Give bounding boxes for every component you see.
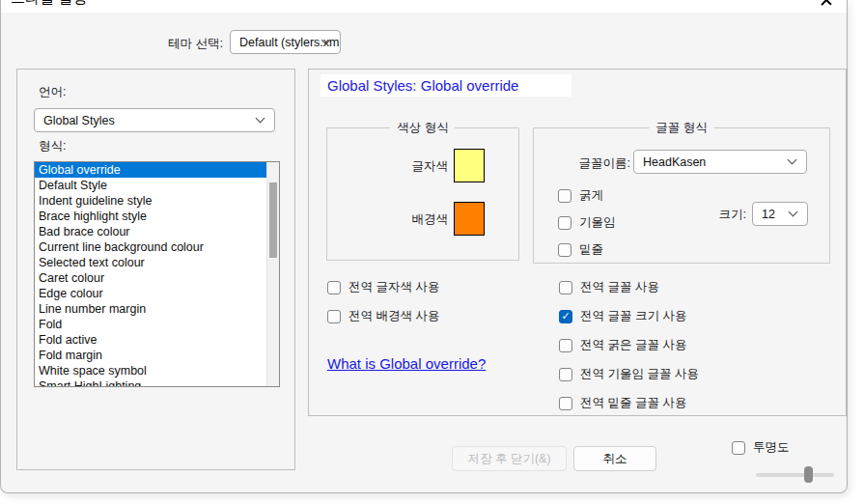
bold-checkbox-row[interactable]: 굵게 — [558, 187, 603, 204]
list-scrollbar[interactable] — [266, 162, 279, 386]
global-foreground-label: 전역 글자색 사용 — [348, 279, 439, 295]
global-background-checkbox-row[interactable]: 전역 배경색 사용 — [327, 308, 439, 324]
language-style-panel: 언어: Global Styles 형식: Global override De… — [16, 69, 295, 470]
font-size-dropdown[interactable]: 12 — [752, 202, 808, 226]
chevron-down-icon — [789, 207, 798, 216]
chevron-down-icon — [256, 113, 265, 123]
global-italic-checkbox-row[interactable]: 전역 기울임 글꼴 사용 — [559, 366, 699, 382]
language-value: Global Styles — [43, 114, 115, 127]
background-colour-swatch[interactable] — [454, 202, 485, 236]
global-font-checkbox-row[interactable]: 전역 글꼴 사용 — [559, 279, 659, 295]
italic-checkbox-row[interactable]: 기울임 — [558, 214, 616, 231]
cancel-button[interactable]: 취소 — [573, 446, 656, 471]
chevron-down-icon — [788, 154, 797, 164]
global-bold-label: 전역 굵은 글꼴 사용 — [580, 337, 686, 353]
global-font-label: 전역 글꼴 사용 — [580, 279, 659, 295]
global-override-help-link[interactable]: What is Global override? — [327, 355, 486, 372]
global-bold-checkbox-row[interactable]: 전역 굵은 글꼴 사용 — [559, 337, 686, 353]
global-italic-label: 전역 기울임 글꼴 사용 — [580, 366, 699, 382]
list-item[interactable]: Fold margin — [35, 348, 279, 363]
transparency-checkbox-row[interactable]: 투명도 — [732, 439, 790, 456]
transparency-label: 투명도 — [753, 439, 790, 456]
list-item[interactable]: Bad brace colour — [35, 224, 279, 239]
global-background-checkbox[interactable] — [327, 310, 341, 323]
theme-select-dropdown[interactable]: Default (stylers.xml) — [230, 30, 341, 54]
italic-checkbox[interactable] — [558, 216, 571, 230]
global-underline-checkbox-row[interactable]: 전역 밑줄 글꼴 사용 — [559, 395, 686, 411]
style-configurator-dialog: 스타일 설정 테마 선택: Default (stylers.xml) 언어: … — [0, 0, 848, 493]
list-item[interactable]: Brace highlight style — [35, 209, 279, 224]
bold-checkbox[interactable] — [558, 189, 571, 203]
transparency-checkbox[interactable] — [732, 441, 745, 455]
global-underline-label: 전역 밑줄 글꼴 사용 — [580, 395, 686, 411]
font-size-label: 크기: — [674, 207, 746, 223]
font-group-title: 글꼴 형식 — [649, 120, 713, 136]
italic-label: 기울임 — [579, 214, 616, 231]
close-icon[interactable] — [820, 0, 832, 6]
bold-label: 굵게 — [579, 187, 603, 204]
global-underline-checkbox[interactable] — [559, 397, 572, 410]
list-item[interactable]: Global override — [35, 162, 279, 178]
global-font-size-checkbox-row[interactable]: 전역 글꼴 크기 사용 — [559, 308, 686, 324]
font-size-value: 12 — [762, 208, 775, 221]
title-bar: 스타일 설정 — [1, 0, 847, 13]
save-and-close-button[interactable]: 저장 후 닫기(&) — [452, 446, 567, 471]
list-item[interactable]: Current line background colour — [35, 239, 279, 255]
foreground-colour-label: 글자색 — [345, 158, 448, 175]
global-bold-checkbox[interactable] — [559, 339, 572, 352]
style-listbox: Global override Default Style Indent gui… — [34, 161, 280, 387]
transparency-slider-thumb[interactable] — [804, 466, 813, 483]
underline-label: 밑줄 — [579, 241, 603, 258]
list-item[interactable]: Fold active — [35, 332, 279, 348]
font-style-group: 글꼴 형식 글꼴이름: HeadKasen 굵게 기울임 밑줄 크기: 12 — [533, 127, 830, 264]
font-name-value: HeadKasen — [643, 155, 706, 169]
colour-style-group: 색상 형식 글자색 배경색 — [326, 127, 519, 261]
background-colour-label: 배경색 — [345, 211, 448, 228]
style-detail-panel: Global Styles: Global override 색상 형식 글자색… — [308, 69, 847, 416]
list-item[interactable]: Line number margin — [35, 301, 279, 317]
global-font-size-label: 전역 글꼴 크기 사용 — [580, 308, 686, 324]
list-item[interactable]: Caret colour — [35, 270, 279, 286]
global-font-checkbox[interactable] — [559, 281, 572, 294]
global-italic-checkbox[interactable] — [559, 368, 572, 381]
underline-checkbox[interactable] — [558, 243, 571, 257]
language-label: 언어: — [39, 84, 66, 100]
font-name-dropdown[interactable]: HeadKasen — [633, 150, 807, 174]
current-style-header: Global Styles: Global override — [321, 74, 571, 97]
global-background-label: 전역 배경색 사용 — [348, 308, 439, 324]
list-item[interactable]: Edge colour — [35, 286, 279, 301]
style-list-label: 형식: — [39, 138, 66, 154]
list-item[interactable]: Selected text colour — [35, 255, 279, 270]
list-item[interactable]: White space symbol — [35, 363, 279, 378]
global-foreground-checkbox-row[interactable]: 전역 글자색 사용 — [327, 279, 439, 295]
font-name-label: 글꼴이름: — [534, 155, 630, 172]
list-item[interactable]: Indent guideline style — [35, 193, 279, 209]
list-item[interactable]: Default Style — [35, 178, 279, 193]
foreground-colour-swatch[interactable] — [454, 149, 485, 182]
list-item[interactable]: Smart HighLighting — [35, 378, 279, 387]
list-item[interactable]: Fold — [35, 317, 279, 332]
global-foreground-checkbox[interactable] — [327, 281, 341, 294]
dialog-title: 스타일 설정 — [11, 0, 87, 8]
theme-select-label: 테마 선택: — [98, 36, 223, 52]
language-dropdown[interactable]: Global Styles — [34, 108, 275, 132]
transparency-slider[interactable] — [756, 473, 834, 477]
global-font-size-checkbox[interactable] — [559, 310, 572, 323]
underline-checkbox-row[interactable]: 밑줄 — [558, 241, 603, 258]
scrollbar-thumb[interactable] — [269, 182, 277, 258]
colour-group-title: 색상 형식 — [390, 120, 455, 136]
